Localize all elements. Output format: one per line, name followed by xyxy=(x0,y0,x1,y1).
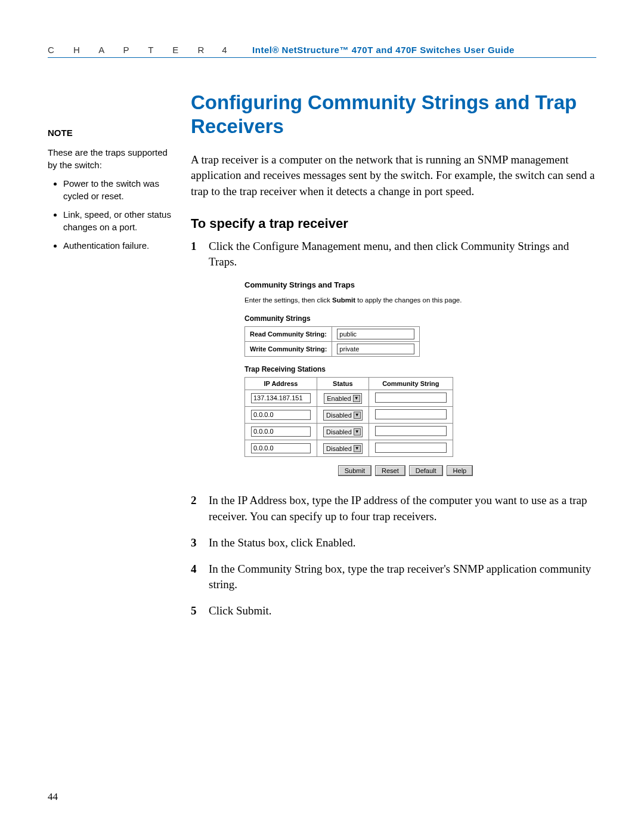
chapter-number: 4 xyxy=(222,45,227,55)
step-item: 1 Click the Configure Management menu, a… xyxy=(191,239,596,270)
chevron-down-icon: ▼ xyxy=(354,428,361,435)
community-string-input[interactable] xyxy=(375,426,447,436)
step-number: 2 xyxy=(191,493,200,524)
step-text: In the Community String box, type the tr… xyxy=(209,561,596,592)
note-intro: These are the traps supported by the swi… xyxy=(48,146,173,171)
col-ip: IP Address xyxy=(245,378,317,390)
table-header-row: IP Address Status Community String xyxy=(245,378,453,390)
note-item: Authentication failure. xyxy=(63,239,173,252)
table-row: 0.0.0.0 Disabled▼ xyxy=(245,424,453,440)
guide-title: Intel® NetStructure™ 470T and 470F Switc… xyxy=(252,45,515,55)
table-row: Read Community String: public xyxy=(245,327,420,342)
trap-stations-heading: Trap Receiving Stations xyxy=(244,365,519,373)
embedded-screenshot: Community Strings and Traps Enter the se… xyxy=(244,280,596,476)
chevron-down-icon: ▼ xyxy=(354,412,361,419)
step-number: 1 xyxy=(191,239,200,270)
steps-list: 1 Click the Configure Management menu, a… xyxy=(191,239,596,270)
ip-address-input[interactable]: 0.0.0.0 xyxy=(251,427,311,437)
chapter-label: C H A P T E R xyxy=(48,45,212,55)
step-text: In the Status box, click Enabled. xyxy=(209,535,596,551)
step-number: 5 xyxy=(191,603,200,619)
default-button[interactable]: Default xyxy=(409,465,443,476)
submit-button[interactable]: Submit xyxy=(338,465,371,476)
section-heading: To specify a trap receiver xyxy=(191,216,596,231)
status-select[interactable]: Disabled▼ xyxy=(323,427,363,437)
community-string-input[interactable] xyxy=(375,393,447,403)
chevron-down-icon: ▼ xyxy=(354,445,361,452)
step-item: 5 Click Submit. xyxy=(191,603,596,619)
ip-address-input[interactable]: 0.0.0.0 xyxy=(251,410,311,420)
read-community-label: Read Community String: xyxy=(245,327,332,342)
col-status: Status xyxy=(317,378,369,390)
step-item: 4 In the Community String box, type the … xyxy=(191,561,596,592)
reset-button[interactable]: Reset xyxy=(375,465,405,476)
steps-list-cont: 2 In the IP Address box, type the IP add… xyxy=(191,493,596,619)
main-content: Configuring Community Strings and Trap R… xyxy=(191,91,596,630)
status-select[interactable]: Enabled▼ xyxy=(324,393,361,404)
community-strings-heading: Community Strings xyxy=(244,314,519,323)
trap-stations-table: IP Address Status Community String 137.1… xyxy=(244,377,453,457)
screenshot-title: Community Strings and Traps xyxy=(244,280,519,289)
page-title: Configuring Community Strings and Trap R… xyxy=(191,91,596,138)
write-community-label: Write Community String: xyxy=(245,342,332,357)
ip-address-input[interactable]: 0.0.0.0 xyxy=(251,443,311,453)
intro-paragraph: A trap receiver is a computer on the net… xyxy=(191,152,596,199)
step-text: Click the Configure Management menu, and… xyxy=(209,239,596,270)
status-select[interactable]: Disabled▼ xyxy=(323,410,363,421)
community-strings-table: Read Community String: public Write Comm… xyxy=(244,326,420,357)
sidebar-note: NOTE These are the traps supported by th… xyxy=(48,91,173,630)
table-row: 0.0.0.0 Disabled▼ xyxy=(245,407,453,424)
note-list: Power to the switch was cycled or reset.… xyxy=(48,177,173,252)
table-row: 0.0.0.0 Disabled▼ xyxy=(245,440,453,457)
table-row: 137.134.187.151 Enabled▼ xyxy=(245,390,453,407)
step-item: 2 In the IP Address box, type the IP add… xyxy=(191,493,596,524)
chevron-down-icon: ▼ xyxy=(353,395,360,402)
button-row: Submit Reset Default Help xyxy=(292,465,519,476)
step-text: In the IP Address box, type the IP addre… xyxy=(209,493,596,524)
community-string-input[interactable] xyxy=(375,409,447,419)
help-button[interactable]: Help xyxy=(447,465,473,476)
write-community-input[interactable]: private xyxy=(337,344,414,354)
community-string-input[interactable] xyxy=(375,443,447,453)
note-item: Power to the switch was cycled or reset. xyxy=(63,177,173,202)
step-number: 3 xyxy=(191,535,200,551)
table-row: Write Community String: private xyxy=(245,342,420,357)
note-item: Link, speed, or other status changes on … xyxy=(63,208,173,233)
status-select[interactable]: Disabled▼ xyxy=(323,443,363,454)
read-community-input[interactable]: public xyxy=(337,329,414,339)
note-heading: NOTE xyxy=(48,126,173,139)
ip-address-input[interactable]: 137.134.187.151 xyxy=(251,393,311,403)
step-number: 4 xyxy=(191,561,200,592)
screenshot-instruction: Enter the settings, then click Submit to… xyxy=(244,296,519,304)
page-number: 44 xyxy=(48,791,58,803)
step-text: Click Submit. xyxy=(209,603,596,619)
col-community: Community String xyxy=(369,378,453,390)
page-header: C H A P T E R 4 Intel® NetStructure™ 470… xyxy=(48,45,596,58)
step-item: 3 In the Status box, click Enabled. xyxy=(191,535,596,551)
